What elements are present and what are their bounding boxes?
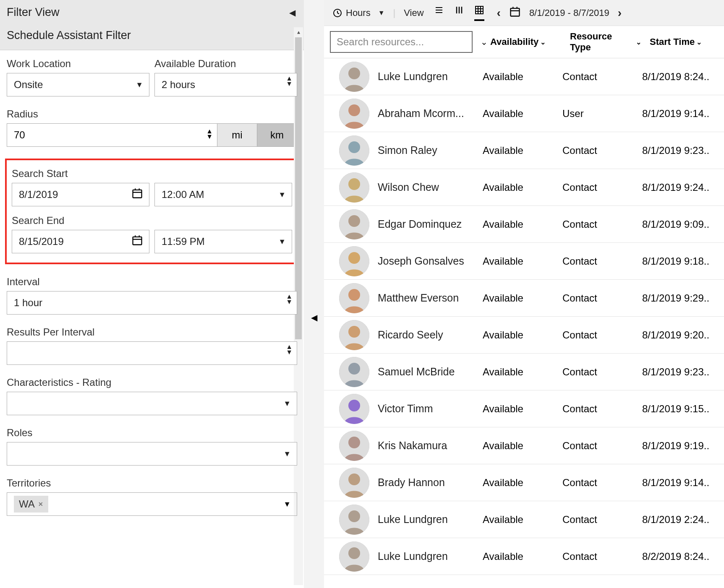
- table-row[interactable]: Luke Lundgren Available Contact 8/1/2019…: [324, 501, 724, 538]
- available-duration-spinner[interactable]: 2 hours ▲▼: [154, 73, 297, 96]
- calendar-icon[interactable]: [131, 234, 143, 249]
- availability-cell: Available: [483, 514, 562, 526]
- calendar-icon[interactable]: [131, 187, 143, 202]
- interval-spinner[interactable]: 1 hour ▲▼: [7, 291, 297, 315]
- table-row[interactable]: Edgar Dominquez Available Contact 8/1/20…: [324, 206, 724, 243]
- expand-left-icon[interactable]: ◀: [311, 312, 317, 323]
- svg-point-27: [348, 68, 360, 79]
- resource-name: Luke Lundgren: [378, 513, 483, 526]
- remove-tag-icon[interactable]: ✕: [38, 501, 43, 507]
- search-placeholder: Search resources...: [337, 36, 424, 48]
- table-row[interactable]: Brady Hannon Available Contact 8/1/2019 …: [324, 464, 724, 501]
- availability-column-header[interactable]: Availability⌄: [490, 36, 570, 47]
- resource-type-cell: Contact: [562, 255, 642, 267]
- territory-tag[interactable]: WA ✕: [14, 496, 48, 513]
- spinner-icon[interactable]: ▲▼: [286, 344, 293, 355]
- table-row[interactable]: Luke Lundgren Available Contact 8/2/2019…: [324, 538, 724, 575]
- availability-cell: Available: [483, 366, 562, 378]
- territories-multiselect[interactable]: WA ✕ ▼: [7, 492, 297, 516]
- results-rows: Luke Lundgren Available Contact 8/1/2019…: [324, 58, 724, 575]
- hours-dropdown[interactable]: Hours ▼: [332, 8, 385, 18]
- table-row[interactable]: Ricardo Seely Available Contact 8/1/2019…: [324, 317, 724, 354]
- results-per-interval-label: Results Per Interval: [7, 326, 297, 338]
- svg-rect-17: [476, 6, 483, 14]
- results-per-interval-spinner[interactable]: ▲▼: [7, 341, 297, 365]
- collapse-filter-view-icon[interactable]: ◀: [289, 8, 295, 18]
- resource-name: Matthew Everson: [378, 292, 483, 304]
- column-view-icon[interactable]: [454, 5, 464, 21]
- spinner-icon[interactable]: ▲▼: [286, 294, 293, 305]
- table-row[interactable]: Wilson Chew Available Contact 8/1/2019 9…: [324, 169, 724, 206]
- svg-point-33: [348, 178, 360, 190]
- prev-button[interactable]: ‹: [497, 6, 501, 20]
- svg-point-37: [348, 252, 360, 264]
- resource-name: Kris Nakamura: [378, 440, 483, 452]
- unit-mi-button[interactable]: mi: [217, 123, 257, 147]
- resource-type-column-header[interactable]: Resource Type⌄: [570, 31, 650, 53]
- characteristics-dropdown[interactable]: ▼: [7, 392, 297, 415]
- resource-name: Joseph Gonsalves: [378, 255, 483, 267]
- table-row[interactable]: Simon Raley Available Contact 8/1/2019 9…: [324, 132, 724, 169]
- list-view-icon[interactable]: [434, 5, 444, 21]
- svg-line-10: [337, 13, 339, 14]
- roles-dropdown[interactable]: ▼: [7, 442, 297, 466]
- avatar: [339, 246, 369, 276]
- start-time-cell: 8/1/2019 9:09..: [642, 219, 724, 230]
- radius-input[interactable]: 70 ▲▼: [7, 123, 217, 147]
- availability-cell: Available: [483, 108, 562, 120]
- scroll-up-icon[interactable]: ▴: [294, 27, 303, 36]
- caret-down-icon: ▼: [278, 237, 286, 246]
- interval-value: 1 hour: [14, 297, 42, 309]
- radius-unit-toggle[interactable]: mi km: [217, 123, 297, 147]
- avatar: [339, 394, 369, 424]
- next-button[interactable]: ›: [618, 6, 622, 20]
- table-row[interactable]: Samuel McBride Available Contact 8/1/201…: [324, 354, 724, 390]
- table-row[interactable]: Joseph Gonsalves Available Contact 8/1/2…: [324, 243, 724, 280]
- work-location-dropdown[interactable]: Onsite ▼: [7, 73, 149, 96]
- search-end-label: Search End: [12, 215, 292, 226]
- search-end-time-dropdown[interactable]: 11:59 PM ▼: [154, 230, 292, 253]
- spinner-icon[interactable]: ▲▼: [286, 76, 293, 87]
- start-time-cell: 8/1/2019 9:24..: [642, 182, 724, 193]
- unit-km-button[interactable]: km: [257, 123, 297, 147]
- search-resources-input[interactable]: Search resources...: [330, 31, 473, 53]
- view-label: View: [404, 8, 423, 18]
- territory-tag-label: WA: [19, 498, 35, 510]
- available-duration-value: 2 hours: [162, 79, 195, 91]
- resource-name: Samuel McBride: [378, 366, 483, 378]
- svg-point-53: [348, 547, 360, 559]
- caret-down-icon: ▼: [283, 500, 291, 509]
- svg-point-41: [348, 326, 360, 338]
- availability-cell: Available: [483, 219, 562, 230]
- radius-label: Radius: [7, 108, 297, 120]
- resource-type-cell: Contact: [562, 145, 642, 156]
- search-end-date-input[interactable]: 8/15/2019: [12, 230, 149, 253]
- table-row[interactable]: Luke Lundgren Available Contact 8/1/2019…: [324, 58, 724, 95]
- table-row[interactable]: Matthew Everson Available Contact 8/1/20…: [324, 280, 724, 317]
- start-time-column-header[interactable]: Start Time⌄: [650, 36, 710, 47]
- panel-splitter[interactable]: ◀: [304, 0, 324, 588]
- search-start-time-dropdown[interactable]: 12:00 AM ▼: [154, 183, 292, 206]
- table-row[interactable]: Victor Timm Available Contact 8/1/2019 9…: [324, 390, 724, 427]
- avatar: [339, 431, 369, 461]
- start-time-cell: 8/1/2019 9:18..: [642, 255, 724, 267]
- resource-type-cell: Contact: [562, 182, 642, 193]
- resource-type-cell: Contact: [562, 292, 642, 304]
- filter-chevron-icon[interactable]: ⌄: [478, 37, 490, 47]
- resource-name: Luke Lundgren: [378, 70, 483, 83]
- availability-cell: Available: [483, 440, 562, 452]
- calendar-icon[interactable]: [509, 6, 521, 20]
- start-time-cell: 8/1/2019 9:23..: [642, 366, 724, 378]
- spinner-icon[interactable]: ▲▼: [206, 129, 213, 140]
- table-row[interactable]: Abraham Mcorm... Available User 8/1/2019…: [324, 95, 724, 132]
- svg-point-31: [348, 141, 360, 153]
- search-start-date-value: 8/1/2019: [19, 189, 58, 200]
- caret-down-icon: ▼: [136, 81, 143, 89]
- toolbar-separator: |: [393, 8, 396, 18]
- avatar: [339, 357, 369, 387]
- search-start-date-input[interactable]: 8/1/2019: [12, 183, 149, 206]
- caret-down-icon: ▼: [283, 399, 291, 408]
- grid-view-icon[interactable]: [474, 5, 484, 21]
- table-row[interactable]: Kris Nakamura Available Contact 8/1/2019…: [324, 427, 724, 464]
- resource-name: Edgar Dominquez: [378, 218, 483, 230]
